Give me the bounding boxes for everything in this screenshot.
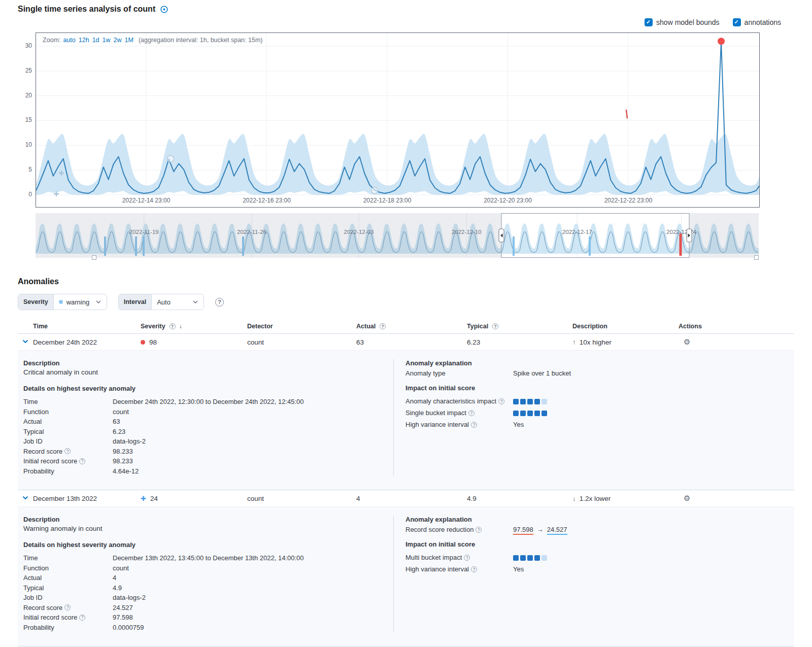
info-icon[interactable] <box>380 323 386 329</box>
y-axis-label: 10 <box>25 141 32 149</box>
info-icon[interactable] <box>64 448 71 454</box>
explanation-row: Anomaly typeSpike over 1 bucket <box>405 368 794 379</box>
column-header-time[interactable]: Time <box>33 323 141 330</box>
detail-field-row: Probability4.64e-12 <box>23 466 381 476</box>
anomaly-row[interactable]: December 13th 2022✚24count44.9↓1.2x lowe… <box>18 490 794 507</box>
y-axis-label: 25 <box>25 66 32 75</box>
info-icon[interactable] <box>471 422 477 428</box>
column-header-severity[interactable]: Severity↓ <box>141 323 247 330</box>
detail-field-value: 6.23 <box>113 427 125 437</box>
detail-field-row: Typical4.9 <box>23 583 381 593</box>
explanation-row: Anomaly characteristics impact <box>405 396 794 406</box>
page-title: Single time series analysis of count <box>18 5 155 14</box>
show-model-bounds-toggle[interactable]: show model bounds <box>645 18 720 26</box>
x-axis-label: 2022-12-14 23:00 <box>122 197 171 204</box>
column-header-actual[interactable]: Actual <box>356 323 467 330</box>
anomaly-circle-marker[interactable] <box>167 155 174 162</box>
details-subheading: Details on highest severity anomaly <box>23 385 381 392</box>
severity-filter-label: Severity <box>18 294 54 310</box>
interval-filter-select[interactable]: Auto <box>152 294 204 310</box>
anomaly-detector: count <box>247 338 356 346</box>
anomaly-row[interactable]: December 24th 202298count636.23↑10x high… <box>18 334 794 351</box>
info-icon[interactable] <box>79 458 85 464</box>
critical-anomaly-dot[interactable] <box>718 38 725 45</box>
anomalies-heading: Anomalies <box>18 277 794 286</box>
column-header-description[interactable]: Description <box>572 323 679 330</box>
zoom-option-1M[interactable]: 1M <box>125 37 133 44</box>
detail-field-row: TimeDecember 13th 2022, 13:45:00 to Dece… <box>23 553 381 563</box>
collapse-row-button[interactable] <box>21 493 30 504</box>
main-chart-svg[interactable]: 2022-12-14 23:002022-12-16 23:002022-12-… <box>36 33 759 207</box>
zoom-option-auto[interactable]: auto <box>63 37 75 44</box>
context-mask-left <box>36 213 501 258</box>
zoom-option-1d[interactable]: 1d <box>92 37 99 44</box>
brush-handle-right[interactable] <box>687 229 692 242</box>
info-icon[interactable] <box>498 398 504 404</box>
info-icon[interactable] <box>64 604 71 610</box>
info-icon[interactable] <box>468 410 475 416</box>
column-header-detector[interactable]: Detector <box>247 323 356 330</box>
x-axis-label: 2022-12-20 23:00 <box>484 197 532 204</box>
explanation-value: Yes <box>513 564 524 574</box>
zoom-option-1w[interactable]: 1w <box>103 37 111 44</box>
impact-squares <box>513 411 547 416</box>
detail-field-row: Record score24.527 <box>23 603 381 613</box>
severity-filter-value: warning <box>66 298 90 306</box>
range-handle-left[interactable] <box>92 255 96 260</box>
range-handle-right[interactable] <box>754 255 759 260</box>
detail-field-value: count <box>113 563 129 573</box>
collapse-row-button[interactable] <box>21 337 30 348</box>
context-mask-right <box>689 213 759 258</box>
detail-field-value: data-logs-2 <box>113 436 146 447</box>
severity-filter: Severity warning <box>18 294 107 310</box>
arrow-up-icon: ↑ <box>572 338 576 346</box>
brush-handle-left[interactable] <box>499 229 504 242</box>
annotation-dash <box>626 110 627 119</box>
x-axis-label: 2022-12-18 23:00 <box>363 197 412 204</box>
details-description-heading: Description <box>23 516 381 523</box>
column-header-typical[interactable]: Typical <box>467 323 572 330</box>
info-icon[interactable] <box>79 615 85 621</box>
detail-field-row: Record score98.233 <box>23 447 381 457</box>
checkbox-checked-icon[interactable] <box>645 18 653 26</box>
warning-severity-dot-icon <box>59 300 63 304</box>
context-chart-svg[interactable]: 2022-11-192022-11-262022-12-032022-12-10… <box>36 213 759 258</box>
info-icon[interactable] <box>464 555 470 561</box>
column-header-actions[interactable]: Actions <box>679 323 794 330</box>
help-icon[interactable] <box>215 298 224 307</box>
main-chart[interactable]: Zoom:auto12h1d1w2w1M(aggregation interva… <box>36 32 760 208</box>
anomaly-description: ↓1.2x lower <box>572 495 679 502</box>
context-chart[interactable]: 2022-11-192022-11-262022-12-032022-12-10… <box>36 213 760 258</box>
info-icon[interactable] <box>492 323 498 329</box>
zoom-option-12h[interactable]: 12h <box>79 37 89 44</box>
record-score-reduction-value: 97.598→24.527 <box>513 525 567 535</box>
actions-gear-button[interactable]: ⚙ <box>683 493 691 504</box>
zoom-option-2w[interactable]: 2w <box>114 37 122 44</box>
detail-field-row: Probability0.0000759 <box>23 623 381 633</box>
checkbox-checked-icon[interactable] <box>733 18 741 26</box>
actions-gear-button[interactable]: ⚙ <box>683 336 691 348</box>
y-axis-label: 0 <box>28 190 32 198</box>
interval-filter: Interval Auto <box>118 294 204 310</box>
context-anomaly-tick-critical <box>680 233 682 256</box>
info-icon[interactable] <box>476 527 482 533</box>
explanation-row: High variance intervalYes <box>405 564 794 574</box>
detail-field-row: TimeDecember 24th 2022, 12:30:00 to Dece… <box>23 397 381 407</box>
detail-field-value: data-logs-2 <box>113 593 146 603</box>
detail-field-row: Job IDdata-logs-2 <box>23 436 381 447</box>
detail-field-value: 97.598 <box>113 612 133 623</box>
sort-desc-icon: ↓ <box>179 323 182 330</box>
explanation-value: Spike over 1 bucket <box>513 368 571 379</box>
info-icon[interactable] <box>170 323 176 329</box>
detail-field-row: Actual4 <box>23 573 381 583</box>
record-score-after: 24.527 <box>547 526 567 535</box>
severity-filter-select[interactable]: warning <box>54 294 107 310</box>
zoom-links: auto12h1d1w2w1M <box>63 37 136 44</box>
explanation-row: Record score reduction97.598→24.527 <box>405 525 794 535</box>
annotations-toggle[interactable]: annotations <box>733 18 781 26</box>
detail-field-value: 4.9 <box>113 583 122 593</box>
context-anomaly-tick <box>589 236 591 256</box>
info-icon[interactable] <box>471 566 477 572</box>
anomaly-circle-marker[interactable] <box>371 187 378 194</box>
anomaly-detector: count <box>247 495 356 502</box>
